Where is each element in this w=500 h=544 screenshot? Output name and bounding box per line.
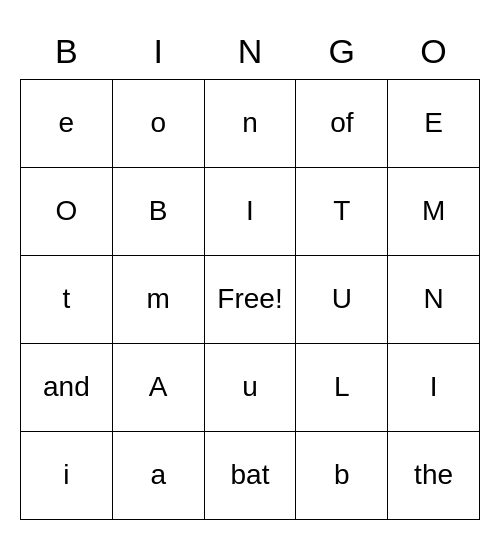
cell-0-4: E	[388, 79, 480, 167]
cell-1-0: O	[21, 167, 113, 255]
cell-3-4: I	[388, 343, 480, 431]
cell-4-3: b	[296, 431, 388, 519]
cell-4-2: bat	[204, 431, 296, 519]
cell-2-1: m	[112, 255, 204, 343]
header-col-n: N	[204, 24, 296, 79]
cell-3-0: and	[21, 343, 113, 431]
cell-1-4: M	[388, 167, 480, 255]
bingo-card: BINGO eonofEOBITMtmFree!UNandAuLIiabatbt…	[20, 24, 480, 520]
cell-3-1: A	[112, 343, 204, 431]
cell-4-0: i	[21, 431, 113, 519]
cell-0-2: n	[204, 79, 296, 167]
header-col-g: G	[296, 24, 388, 79]
cell-2-3: U	[296, 255, 388, 343]
header-col-i: I	[112, 24, 204, 79]
cell-2-2: Free!	[204, 255, 296, 343]
cell-3-3: L	[296, 343, 388, 431]
cell-0-1: o	[112, 79, 204, 167]
cell-4-1: a	[112, 431, 204, 519]
row-3: andAuLI	[21, 343, 480, 431]
cell-4-4: the	[388, 431, 480, 519]
header-row: BINGO	[21, 24, 480, 79]
header-col-o: O	[388, 24, 480, 79]
cell-2-4: N	[388, 255, 480, 343]
row-4: iabatbthe	[21, 431, 480, 519]
cell-1-1: B	[112, 167, 204, 255]
cell-3-2: u	[204, 343, 296, 431]
cell-1-3: T	[296, 167, 388, 255]
header-col-b: B	[21, 24, 113, 79]
cell-0-0: e	[21, 79, 113, 167]
row-0: eonofE	[21, 79, 480, 167]
row-2: tmFree!UN	[21, 255, 480, 343]
cell-0-3: of	[296, 79, 388, 167]
cell-2-0: t	[21, 255, 113, 343]
row-1: OBITM	[21, 167, 480, 255]
cell-1-2: I	[204, 167, 296, 255]
